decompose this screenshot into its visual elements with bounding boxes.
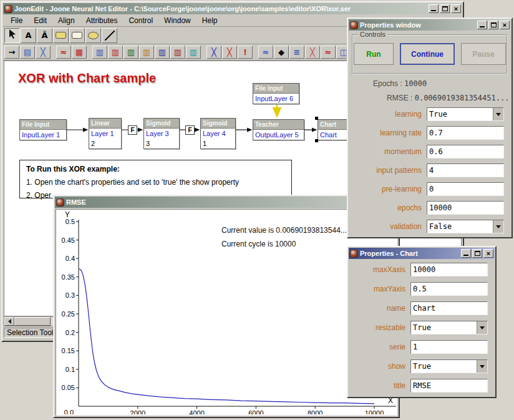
linear-layer-button[interactable]: ▥ [92,46,107,59]
minimize-button[interactable] [429,4,439,13]
combo-learning[interactable]: True [427,107,504,121]
combo-resizable[interactable]: True [410,321,488,335]
chart-properties-titlebar[interactable]: Properties - Chart × [349,248,495,259]
run-button[interactable]: Run [354,43,394,65]
menu-control[interactable]: Control [123,15,158,26]
signal-probe-button[interactable]: ≈ [56,46,71,59]
rect-tool-button[interactable] [69,28,85,43]
minimize-button[interactable] [477,21,487,29]
input-name[interactable]: Chart [410,301,488,315]
selection-handle[interactable] [315,117,318,120]
logarithmic-layer-button[interactable]: ▥ [139,46,154,59]
close-icon: × [487,250,490,257]
combo-arrow-button[interactable] [477,321,487,334]
net-check-button[interactable]: ! [238,46,253,59]
chevron-down-icon [496,113,501,116]
input-learning-rate[interactable]: 0.7 [427,126,504,140]
node-inputlayer6[interactable]: File InputInputLayer 6 [253,83,299,104]
node-title: Chart [318,120,347,130]
cut-connection-button[interactable]: ╳ [222,46,237,59]
field-value: 10000 [427,203,503,212]
menu-align[interactable]: Align [52,15,80,26]
field-value: 10000 [411,265,487,274]
probe-icon: ≈ [325,48,332,56]
node-layer3[interactable]: SigmoidLayer 33 [143,118,180,149]
y-tick-label: 0.15 [62,347,75,354]
node-label: Layer 4 [201,129,235,139]
delay-layer-button[interactable]: ▥ [155,46,170,59]
menu-edit[interactable]: Edit [28,15,52,26]
probe-button[interactable]: ≈ [321,46,336,59]
instructions-line-1: 1. Open the chart's properties and set t… [26,178,291,187]
synapse-f-connector[interactable]: F [185,125,195,135]
pause-button[interactable]: Pause [461,43,506,65]
continue-button[interactable]: Continue [400,43,455,65]
combo-validation[interactable]: False [427,220,504,233]
input-pre-learning[interactable]: 0 [427,182,504,196]
validator-button[interactable]: ╳ [305,46,320,59]
close-button[interactable]: × [451,4,461,13]
menu-attributes[interactable]: Attributes [80,15,124,26]
menu-help[interactable]: Help [196,15,223,26]
input-momentum[interactable]: 0.6 [427,145,504,159]
main-titlebar[interactable]: JoonEdit - Joone Neural Net Editor - C:\… [3,3,462,14]
delete-layer-button[interactable]: ╳ [36,46,51,59]
field-value: 0.5 [411,285,487,293]
input-title[interactable]: RMSE [410,379,488,393]
export-net-button[interactable]: → [4,46,19,59]
input-layer-button[interactable]: ▤ [20,46,35,59]
input-input-patterns[interactable]: 4 [427,164,504,177]
chevron-down-icon [480,365,485,368]
menu-window[interactable]: Window [158,15,196,26]
node-outputlayer5[interactable]: TeacherOutputLayer 5 [253,119,304,140]
y-axis-title: Y [65,210,70,219]
maximize-button[interactable] [440,4,450,13]
ellipse-tool-button[interactable] [85,28,101,43]
minimize-button[interactable] [461,249,471,258]
input-serie[interactable]: 1 [410,340,488,354]
teacher-component-button[interactable]: ≡ [289,46,304,59]
properties-titlebar[interactable]: Properties window × [349,19,511,31]
input-epochs[interactable]: 10000 [427,201,504,215]
maximize-button[interactable] [488,21,498,29]
scroll-left-button[interactable] [4,317,14,326]
close-button[interactable]: × [500,21,510,29]
tanh-layer-button[interactable]: ▥ [124,46,138,59]
property-label-serie: serie [351,343,410,351]
text-edit-tool-button[interactable]: Â [37,28,52,43]
label-tool-button[interactable]: A [21,28,36,43]
controls-group: Controls Run Continue Pause [352,34,508,74]
combo-show[interactable]: True [410,359,488,373]
rmse-status-label: RMSE : [387,94,412,102]
combo-arrow-button[interactable] [477,360,487,373]
input-maxxaxis[interactable]: 10000 [410,263,488,276]
maximize-button[interactable] [472,249,482,258]
synapse-f-connector[interactable]: F [128,125,137,135]
menu-file[interactable]: File [5,15,28,26]
node-chart[interactable]: ChartChart [318,119,347,140]
context-layer-button[interactable]: ▥ [170,46,185,59]
rbf-layer-button[interactable]: ▥ [186,46,201,59]
property-row-epochs: epochs10000 [348,201,512,215]
node-layer4[interactable]: SigmoidLayer 41 [200,118,236,149]
selection-handle[interactable] [315,139,318,142]
scrollbar-thumb[interactable] [14,317,51,326]
filled-rect-tool-button[interactable] [53,28,69,43]
chart-window-button[interactable]: ≈ [258,46,273,59]
linear-layer-icon: ▥ [96,48,104,56]
combo-arrow-button[interactable] [493,220,503,233]
chart-output-button[interactable]: ▦ [72,46,87,59]
line-tool-button[interactable] [102,28,117,43]
joone-logo-icon [4,5,12,13]
close-button[interactable]: × [483,249,493,258]
x-tick-label: 10000 [365,409,384,414]
property-label-momentum: momentum [348,147,427,156]
input-maxyaxis[interactable]: 0.5 [410,282,488,296]
node-inputlayer1[interactable]: File InputInputLayer 1 [19,119,67,140]
wait-state-button[interactable]: ◆ [274,46,289,59]
node-layer1[interactable]: LinearLayer 12 [89,118,122,149]
remove-component-button[interactable]: ╳ [206,46,221,59]
selection-tool-button[interactable] [4,28,20,43]
combo-arrow-button[interactable] [493,108,503,120]
sigmoid-layer-button[interactable]: ▥ [108,46,123,59]
